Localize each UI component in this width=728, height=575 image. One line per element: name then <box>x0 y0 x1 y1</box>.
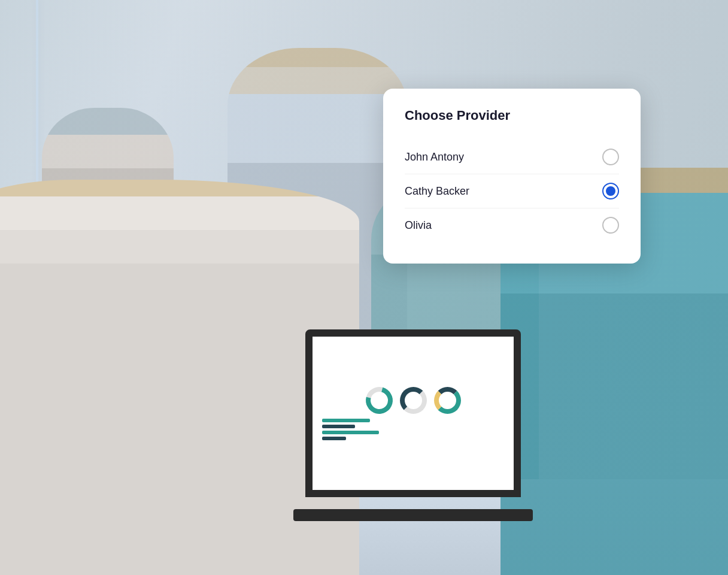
choose-provider-dialog: Choose Provider John AntonyCathy BackerO… <box>383 89 641 264</box>
bar-2 <box>322 425 355 428</box>
dialog-title: Choose Provider <box>405 108 619 123</box>
provider-name-cathy-backer: Cathy Backer <box>405 185 469 198</box>
radio-inner-cathy-backer <box>606 186 615 196</box>
laptop-screen <box>305 329 521 497</box>
bar-1 <box>322 419 370 422</box>
donut-chart-2 <box>400 387 427 414</box>
bar-3 <box>322 431 379 434</box>
bar-4 <box>322 437 346 440</box>
bar-row-2 <box>322 425 504 428</box>
chart-donut-area <box>366 387 461 414</box>
donut-chart-1 <box>360 382 397 418</box>
bar-row-3 <box>322 431 504 434</box>
provider-list: John AntonyCathy BackerOlivia <box>405 140 619 242</box>
radio-cathy-backer[interactable] <box>602 183 619 199</box>
provider-option-cathy-backer[interactable]: Cathy Backer <box>405 174 619 208</box>
donut-chart-3 <box>434 387 461 414</box>
provider-option-olivia[interactable]: Olivia <box>405 208 619 242</box>
bar-row-4 <box>322 437 504 440</box>
laptop-base <box>293 509 533 521</box>
bar-chart-area <box>317 419 509 440</box>
provider-name-john-antony: John Antony <box>405 151 464 164</box>
bar-row-1 <box>322 419 504 422</box>
provider-option-john-antony[interactable]: John Antony <box>405 140 619 174</box>
laptop <box>293 329 533 545</box>
radio-john-antony[interactable] <box>602 149 619 165</box>
laptop-screen-content <box>313 337 514 490</box>
provider-name-olivia: Olivia <box>405 219 432 232</box>
radio-olivia[interactable] <box>602 217 619 234</box>
